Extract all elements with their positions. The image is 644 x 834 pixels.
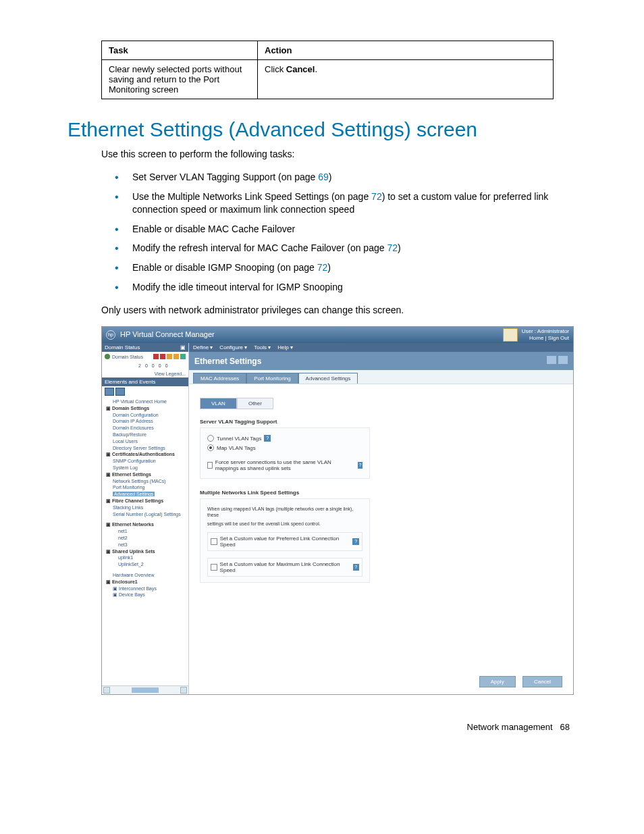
task-bullets: Set Server VLAN Tagging Support (on page… <box>115 167 576 297</box>
info-icon[interactable]: ? <box>358 462 363 469</box>
home-signout-links[interactable]: Home | Sign Out <box>522 335 569 342</box>
checkbox-force-same-vlan[interactable] <box>207 462 213 469</box>
nav-ethernet-settings[interactable]: ▣ Ethernet Settings <box>106 471 187 478</box>
checkbox-label: Set a Custom value for Preferred Link Co… <box>220 536 350 548</box>
nav-item[interactable]: Port Monitoring <box>106 484 187 491</box>
tree-collapse-icon[interactable] <box>115 388 125 396</box>
radio-tunnel-vlan[interactable] <box>207 435 214 442</box>
page-footer: Network management 68 <box>68 722 576 732</box>
status-count: 0 <box>145 363 148 368</box>
status-count: 2 <box>138 363 141 368</box>
nav-item[interactable]: Stacking Links <box>106 504 187 511</box>
cancel-button[interactable]: Cancel <box>522 676 562 687</box>
page-link[interactable]: 69 <box>318 172 329 182</box>
menu-tools[interactable]: Tools ▾ <box>254 344 271 350</box>
bullet-2: Use the Multiple Networks Link Speed Set… <box>115 187 576 219</box>
page-link[interactable]: 72 <box>371 191 382 202</box>
radio-map-vlan[interactable] <box>207 444 214 451</box>
tab-port-monitoring[interactable]: Port Monitoring <box>246 373 298 384</box>
apply-button[interactable]: Apply <box>479 676 516 687</box>
nav-home[interactable]: HP Virtual Connect Home <box>106 398 187 405</box>
app-title: HP Virtual Connect Manager <box>120 330 215 338</box>
action-bold: Cancel <box>286 64 315 74</box>
nav-item[interactable]: uplink1 <box>106 554 187 561</box>
nav-item[interactable]: Domain Configuration <box>106 412 187 419</box>
content-title: Ethernet Settings <box>194 357 261 366</box>
banner-icon <box>503 328 518 342</box>
domain-status-label: Domain Status <box>112 355 143 359</box>
status-count: 0 <box>152 363 155 368</box>
nav-item[interactable]: Serial Number (Logical) Settings <box>106 511 187 518</box>
nav-shared-uplink[interactable]: ▣ Shared Uplink Sets <box>106 548 187 555</box>
tab-mac-addresses[interactable]: MAC Addresses <box>193 373 246 384</box>
checkbox-max-speed[interactable] <box>211 564 217 571</box>
menu-help[interactable]: Help ▾ <box>277 344 293 350</box>
td-task: Clear newly selected ports without savin… <box>102 60 258 99</box>
checkbox-preferred-speed[interactable] <box>211 538 217 545</box>
section-title: Ethernet Settings (Advanced Settings) sc… <box>68 118 576 141</box>
nav-item[interactable]: Directory Server Settings <box>106 445 187 452</box>
radio-label: Tunnel VLAN Tags <box>217 436 261 442</box>
status-count: 0 <box>165 363 168 368</box>
view-legend-link[interactable]: View Legend... <box>102 370 188 377</box>
app-titlebar: hp HP Virtual Connect Manager User : Adm… <box>102 327 573 343</box>
nav-item[interactable]: Backup/Restore <box>106 432 187 438</box>
nav-advanced-settings[interactable]: Advanced Settings <box>106 491 187 498</box>
nav-eth-networks[interactable]: ▣ Ethernet Networks <box>106 521 187 528</box>
nav-certs[interactable]: ▣ Certificates/Authentications <box>106 451 187 458</box>
help-icon[interactable] <box>558 356 568 364</box>
left-sidebar: Domain Status▣ Domain Status 2 0 <box>102 343 189 694</box>
nav-item[interactable]: ▣ Device Bays <box>106 592 187 598</box>
nav-domain-settings[interactable]: ▣ Domain Settings <box>106 405 187 412</box>
nav-item[interactable]: Domain Enclosures <box>106 425 187 432</box>
nav-item[interactable]: net2 <box>106 535 187 542</box>
menu-configure[interactable]: Configure ▾ <box>219 344 247 350</box>
bullet-5: Enable or disable IGMP Snooping (on page… <box>115 258 576 278</box>
nav-fc-settings[interactable]: ▣ Fibre Channel Settings <box>106 498 187 504</box>
nav-item[interactable]: Domain IP Address <box>106 418 187 425</box>
status-warn-icon <box>173 354 179 359</box>
scroll-thumb[interactable] <box>132 687 159 693</box>
bullet-1: Set Server VLAN Tagging Support (on page… <box>115 167 576 187</box>
info-icon[interactable]: ? <box>264 435 271 442</box>
nav-item[interactable]: net3 <box>106 542 187 548</box>
nav-item[interactable]: UplinkSet_2 <box>106 561 187 568</box>
nav-item[interactable]: ▣ Interconnect Bays <box>106 585 187 592</box>
info-icon[interactable]: ? <box>353 564 360 571</box>
footer-label: Network management <box>467 722 553 732</box>
info-icon[interactable]: ? <box>352 538 359 545</box>
nav-item[interactable]: System Log <box>106 465 187 471</box>
section-multiple-networks: Multiple Networks Link Speed Settings <box>200 490 566 496</box>
th-action: Action <box>258 41 554 60</box>
speed-note: settings will be used for the overall Li… <box>207 519 363 528</box>
subtab-other[interactable]: Other <box>237 398 273 409</box>
nav-item[interactable]: net1 <box>106 528 187 535</box>
speed-note: When using mapped VLAN tags (multiple ne… <box>207 504 363 519</box>
subtab-vlan[interactable]: VLAN <box>200 398 237 409</box>
status-ok-icon <box>180 354 186 359</box>
action-prefix: Click <box>265 64 286 74</box>
nav-item[interactable]: Local Users <box>106 438 187 445</box>
page-link[interactable]: 72 <box>317 262 328 273</box>
sidebar-hscroll[interactable] <box>102 685 188 694</box>
nav-tree: HP Virtual Connect Home ▣ Domain Setting… <box>102 397 188 685</box>
radio-label: Map VLAN Tags <box>217 445 256 451</box>
footer-page: 68 <box>560 722 570 732</box>
nav-item[interactable]: Network Settings (MACs) <box>106 478 187 485</box>
bullet-6: Modify the idle timeout interval for IGM… <box>115 278 576 297</box>
print-icon[interactable] <box>547 356 556 364</box>
checkbox-label: Set a Custom value for Maximum Link Conn… <box>220 561 350 573</box>
nav-enclosure[interactable]: ▣ Enclosure1 <box>106 579 187 585</box>
menu-define[interactable]: Define ▾ <box>193 344 213 350</box>
collapse-icon[interactable]: ▣ <box>180 344 186 350</box>
domain-status-header: Domain Status▣ <box>102 343 188 352</box>
scroll-right-icon[interactable] <box>180 687 187 694</box>
th-task: Task <box>102 41 258 60</box>
status-count: 0 <box>159 363 161 368</box>
nav-item[interactable]: SNMP Configuration <box>106 458 187 465</box>
nav-hardware-overview[interactable]: Hardware Overview <box>106 572 187 579</box>
tab-advanced-settings[interactable]: Advanced Settings <box>298 373 358 384</box>
tree-expand-icon[interactable] <box>105 388 114 396</box>
page-link[interactable]: 72 <box>387 242 398 253</box>
scroll-left-icon[interactable] <box>103 687 110 694</box>
